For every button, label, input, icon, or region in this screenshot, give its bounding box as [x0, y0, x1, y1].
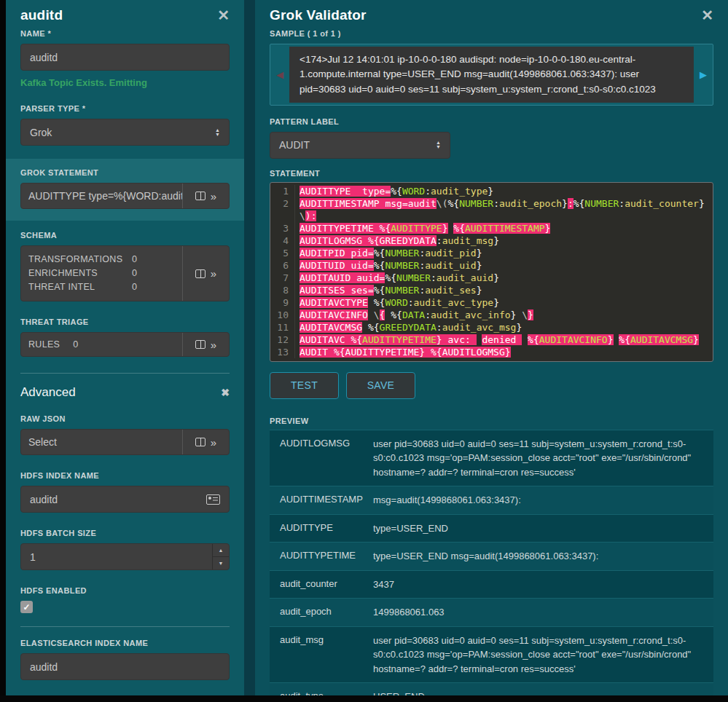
- elasticsearch-index-name-input[interactable]: [20, 653, 230, 680]
- statement-label: STATEMENT: [270, 169, 713, 178]
- code-token: }: [493, 272, 499, 283]
- code-token: NUMBER: [385, 260, 419, 271]
- raw-json-value[interactable]: Select: [21, 430, 182, 454]
- columns-icon: [195, 340, 206, 349]
- statement-line[interactable]: 10AUDITAVCINFO \{ %{DATA:audit_avc_info}…: [270, 309, 708, 321]
- code-token: AUDITSES ses=: [300, 285, 374, 296]
- code-token: AUDITTYPE: [391, 223, 442, 234]
- spinner-up-icon[interactable]: ▲: [213, 544, 229, 557]
- schema-summary-row: TRANSFORMATIONS0: [28, 253, 175, 267]
- advanced-close-icon[interactable]: ✖: [221, 387, 230, 398]
- close-icon[interactable]: ✕: [701, 7, 713, 23]
- code-token: DATA: [402, 309, 425, 320]
- statement-line-code: AUDITAVCINFO \{ %{DATA:audit_avc_info} \…: [300, 309, 708, 321]
- code-token: AUDITAVCMSG: [630, 334, 693, 345]
- next-sample-icon[interactable]: ▶: [694, 44, 713, 105]
- save-button[interactable]: SAVE: [346, 372, 415, 399]
- line-number: 8: [270, 284, 295, 296]
- grok-statement-label: GROK STATEMENT: [20, 168, 230, 177]
- statement-line-code: AUDITAVC %{AUDITTYPETIME} avc: denied %{…: [300, 334, 708, 346]
- schema-item-label: TRANSFORMATIONS: [28, 253, 132, 267]
- code-token: \: [374, 309, 380, 320]
- sample-text[interactable]: <174>Jul 12 14:01:01 ip-10-0-0-180 audis…: [289, 47, 694, 103]
- statement-line[interactable]: 12AUDITAVC %{AUDITTYPETIME} avc: denied …: [270, 334, 708, 346]
- hdfs-enabled-checkbox[interactable]: ✓: [20, 601, 33, 613]
- hdfs-batch-size-stepper[interactable]: 1 ▲ ▼: [20, 543, 230, 570]
- statement-line[interactable]: 2AUDITTIMESTAMP msg=audit\(%{NUMBER:audi…: [270, 197, 708, 222]
- code-token: %{: [528, 334, 539, 345]
- divider: [20, 626, 230, 627]
- code-token: }: [699, 198, 705, 209]
- raw-json-label: RAW JSON: [20, 414, 230, 423]
- number-spinner[interactable]: ▲ ▼: [212, 544, 229, 569]
- code-token: %{: [453, 223, 465, 234]
- close-icon[interactable]: ✕: [217, 7, 230, 23]
- parser-type-select[interactable]: Grok ▲▼: [20, 119, 230, 146]
- code-token: NUMBER: [385, 285, 419, 296]
- threat-triage-summary[interactable]: RULES 0: [21, 333, 182, 356]
- raw-json-expand-button[interactable]: »: [182, 430, 229, 454]
- elasticsearch-index-name-label: ELASTICSEARCH INDEX NAME: [20, 639, 230, 647]
- code-token: %{: [362, 322, 379, 333]
- grok-validator-title: Grok Validator: [270, 7, 367, 23]
- sample-carousel: ◀ <174>Jul 12 14:01:01 ip-10-0-0-180 aud…: [270, 44, 713, 106]
- statement-line[interactable]: 6AUDITUID uid=%{NUMBER:audit_uid}: [270, 259, 708, 272]
- code-token: AUDITAVCINFO: [539, 334, 608, 345]
- hdfs-index-name-input[interactable]: auditd: [20, 486, 230, 513]
- code-token: AUDITTYPE type=: [300, 186, 391, 197]
- statement-line[interactable]: 1AUDITTYPE type=%{WORD:audit_type}: [270, 185, 708, 197]
- preview-field-value: user pid=30683 uid=0 auid=0 ses=11 subj=…: [373, 437, 703, 480]
- statement-line[interactable]: 11AUDITAVCMSG %{GREEDYDATA:audit_avc_msg…: [270, 321, 708, 334]
- schema-summary[interactable]: TRANSFORMATIONS0ENRICHMENTS0THREAT INTEL…: [21, 246, 182, 301]
- statement-line[interactable]: 8AUDITSES ses=%{NUMBER:audit_ses}: [270, 284, 708, 296]
- name-input[interactable]: [20, 44, 230, 71]
- test-button[interactable]: TEST: [270, 372, 339, 399]
- code-token: }: [608, 334, 614, 345]
- statement-line-code: AUDITSES ses=%{NUMBER:audit_ses}: [300, 284, 708, 296]
- code-token: ):: [305, 210, 317, 221]
- code-token: %{: [374, 285, 385, 296]
- statement-line[interactable]: 3AUDITTYPETIME %{AUDITTYPE} %{AUDITTIMES…: [270, 222, 708, 234]
- line-number: 3: [270, 222, 295, 234]
- code-token: \: [522, 309, 528, 320]
- preview-row: audit_typeUSER_END: [270, 683, 713, 695]
- threat-triage-expand-button[interactable]: »: [182, 333, 229, 356]
- statement-line[interactable]: 4AUDITLOGMSG %{GREEDYDATA:audit_msg}: [270, 234, 708, 247]
- statement-editor[interactable]: 1AUDITTYPE type=%{WORD:audit_type}2AUDIT…: [270, 182, 713, 362]
- code-token: WORD: [385, 297, 407, 308]
- line-number: 6: [270, 259, 295, 272]
- grok-statement-expand-button[interactable]: »: [182, 184, 229, 208]
- hdfs-index-name-value: auditd: [30, 494, 58, 505]
- kafka-status-text: Kafka Topic Exists. Emitting: [20, 77, 230, 88]
- code-token: }: [477, 285, 482, 296]
- preview-row: AUDITTIMESTAMPmsg=audit(1499868061.063:3…: [270, 486, 713, 515]
- code-token: audit_avc_info: [431, 309, 511, 320]
- pattern-label-select[interactable]: AUDIT ▲▼: [270, 132, 450, 159]
- double-chevron-icon: »: [211, 436, 216, 449]
- pattern-label-value: AUDIT: [279, 139, 310, 151]
- code-token: }: [488, 186, 493, 197]
- line-number: 12: [270, 334, 295, 346]
- code-token: audit_auid: [437, 272, 493, 283]
- schema-expand-button[interactable]: »: [182, 246, 229, 301]
- statement-line[interactable]: 7AUDITAUID auid=%{NUMBER:audit_auid}: [270, 272, 708, 284]
- name-label: NAME *: [20, 29, 230, 38]
- spinner-down-icon[interactable]: ▼: [213, 557, 229, 569]
- statement-line[interactable]: 13AUDIT %{AUDITTYPETIME} %{AUDITLOGMSG}: [270, 346, 708, 358]
- code-token: %{: [391, 186, 402, 197]
- code-token: :: [619, 198, 625, 209]
- code-token: }: [562, 198, 568, 209]
- double-chevron-icon: »: [211, 267, 216, 280]
- code-token: %{: [385, 309, 402, 320]
- code-token: audit_counter: [625, 198, 699, 209]
- statement-line[interactable]: 5AUDITPID pid=%{NUMBER:audit_pid}: [270, 247, 708, 259]
- schema-label: SCHEMA: [20, 231, 230, 240]
- app-background: auditd ✕ NAME * Kafka Topic Exists. Emit…: [6, 0, 728, 695]
- code-token: %{: [374, 260, 385, 271]
- index-card-icon: [206, 494, 220, 505]
- code-token: :: [437, 322, 442, 333]
- statement-line[interactable]: 9AUDITAVCTYPE %{WORD:audit_avc_type}: [270, 296, 708, 309]
- previous-sample-icon[interactable]: ◀: [270, 44, 289, 105]
- schema-item-count: 0: [132, 253, 137, 267]
- grok-statement-value[interactable]: AUDITTYPE type=%{WORD:audit: [21, 184, 182, 208]
